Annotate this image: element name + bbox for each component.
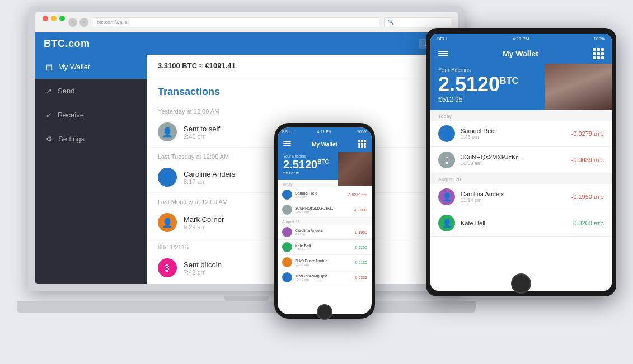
phone-tx-item-address1[interactable]: 3CuNHQs2MXPJzKr... 10:02 am -0.0039 bbox=[278, 202, 372, 218]
hamburger-icon[interactable] bbox=[283, 141, 291, 146]
tablet-section-header-today: Today bbox=[430, 110, 612, 121]
tablet-tx-avatar-carolina: 👤 bbox=[438, 188, 455, 205]
phone-tx-item-addr3[interactable]: 13VGZ64dMgUjnc... 10:43 am -0.0331 bbox=[278, 270, 372, 285]
browser-search-bar[interactable]: 🔍 bbox=[384, 17, 451, 27]
phone-tx-avatar-address1 bbox=[282, 205, 292, 215]
tx-avatar-sent-bitcoin: ₿ bbox=[158, 258, 177, 277]
tablet-screen: BELL 4:21 PM 100% My Wallet bbox=[430, 34, 612, 291]
phone-tx-item-kate[interactable]: Kate Bell 1:16 pm 0.0200 bbox=[278, 240, 372, 255]
minimize-button-dot[interactable] bbox=[51, 16, 57, 21]
tablet-tx-name-carolina: Carolina Anders bbox=[461, 191, 566, 197]
tablet-tx-time-address1: 10:59 am bbox=[461, 160, 566, 166]
scene: ‹ › btc.com/wallet 🔍 BTC.com Logout bbox=[0, 0, 633, 364]
phone-tx-amount-samuel: -0.0279 BTC bbox=[347, 193, 367, 197]
tablet-hamburger-icon[interactable] bbox=[438, 51, 448, 56]
tablet-tx-name-kate: Kate Bell bbox=[461, 220, 568, 226]
phone-tx-avatar-carolina bbox=[282, 227, 292, 237]
btc-header: BTC.com Logout bbox=[35, 32, 458, 55]
tablet-qr-icon[interactable] bbox=[593, 48, 604, 59]
tablet-eur-amount: €512.95 bbox=[438, 96, 604, 103]
sidebar-item-settings[interactable]: ⚙ Settings bbox=[35, 127, 147, 151]
tablet-tx-amount-carolina: -0.1950 BTC bbox=[571, 193, 604, 200]
phone-tx-amount-addr3: -0.0331 bbox=[354, 276, 367, 280]
tx-avatar-mark: 👤 bbox=[158, 213, 177, 232]
tablet-tx-item-kate[interactable]: 👤 Kate Bell 0.0200 BTC bbox=[430, 210, 612, 237]
tx-avatar-self: 👤 bbox=[158, 122, 177, 141]
btc-balance-bar: 3.3100 BTC ≈ €1091.41 bbox=[147, 55, 458, 77]
tablet-balance-section: Your Bitcoins 2.5120BTC €512.95 bbox=[430, 64, 612, 110]
receive-icon: ↙ bbox=[46, 111, 52, 119]
sidebar-item-wallet[interactable]: ▤ My Wallet bbox=[35, 55, 147, 79]
tablet-header-title: My Wallet bbox=[503, 49, 538, 58]
phone-small: BELL 4:21 PM 100% My Wallet bbox=[274, 123, 375, 319]
forward-nav-button[interactable]: › bbox=[79, 18, 88, 27]
phone-tx-amount-carolina: -0.1950 bbox=[354, 230, 367, 234]
tablet-tx-list: Today 👤 Samuel Reid 1:46 pm -0.0279 BTC bbox=[430, 110, 612, 237]
btc-app: BTC.com Logout ▤ My Wallet ↗ Se bbox=[35, 32, 458, 284]
phone-tx-amount-address1: -0.0039 bbox=[354, 208, 367, 212]
tablet-home-button[interactable] bbox=[511, 273, 531, 294]
qr-icon[interactable] bbox=[358, 140, 366, 148]
btc-sidebar: ▤ My Wallet ↗ Send ↙ Receive bbox=[35, 55, 147, 284]
phone-tx-amount-addr2: 0.0120 bbox=[355, 261, 367, 264]
laptop-body: ‹ › btc.com/wallet 🔍 BTC.com Logout bbox=[28, 6, 465, 291]
btc-logo: BTC.com bbox=[44, 38, 90, 50]
phone-cover-image bbox=[338, 152, 372, 186]
phone-tx-avatar-addr3 bbox=[282, 272, 292, 282]
laptop-screen: ‹ › btc.com/wallet 🔍 BTC.com Logout bbox=[35, 12, 458, 284]
back-nav-button[interactable]: ‹ bbox=[68, 18, 77, 27]
tablet-tx-avatar-address1: ₿ bbox=[438, 152, 455, 168]
tablet-tx-amount-kate: 0.0200 BTC bbox=[573, 220, 604, 226]
laptop: ‹ › btc.com/wallet 🔍 BTC.com Logout bbox=[28, 6, 465, 313]
wallet-icon: ▤ bbox=[46, 63, 53, 71]
phone-tx-list: Today Samuel Reid 1:46 pm -0.0279 BTC bbox=[278, 180, 372, 285]
tablet-tx-name-address1: 3CuNHQs2MXPJzKr... bbox=[461, 154, 566, 160]
phone-tx-date-aug28: August 28 bbox=[278, 218, 372, 225]
phone-tx-amount-kate: 0.0200 bbox=[355, 245, 367, 249]
tablet-tx-item-carolina[interactable]: 👤 Carolina Anders 11:14 pm -0.1950 BTC bbox=[430, 184, 612, 210]
tablet-tx-name-samuel: Samuel Reid bbox=[461, 127, 566, 134]
tx-date-yesterday: Yesterday at 12:00 AM bbox=[147, 102, 458, 117]
phone-screen: BELL 4:21 PM 100% My Wallet bbox=[278, 127, 372, 314]
browser-chrome: ‹ › btc.com/wallet 🔍 bbox=[35, 12, 458, 32]
tablet-tx-time-samuel: 1:46 pm bbox=[461, 134, 566, 140]
phone-carrier: BELL bbox=[282, 130, 292, 134]
browser-nav: ‹ › bbox=[68, 18, 88, 27]
send-icon: ↗ bbox=[46, 87, 52, 95]
tablet-tx-item-samuel[interactable]: 👤 Samuel Reid 1:46 pm -0.0279 BTC bbox=[430, 121, 612, 147]
phone-header-title: My Wallet bbox=[312, 141, 337, 148]
phone-tx-item-addr2[interactable]: 3HeYEuardAtmfuh... 10:43 am 0.0120 bbox=[278, 255, 372, 270]
tablet-tx-avatar-samuel: 👤 bbox=[438, 125, 455, 142]
sidebar-item-receive[interactable]: ↙ Receive bbox=[35, 103, 147, 127]
phone-battery: 100% bbox=[357, 130, 367, 134]
tx-avatar-caroline: 👤 bbox=[158, 168, 177, 187]
phone-frame: BELL 4:21 PM 100% My Wallet bbox=[274, 123, 375, 319]
tablet-time: 4:21 PM bbox=[513, 36, 529, 41]
phone-tx-avatar-samuel bbox=[282, 190, 292, 200]
laptop-notch bbox=[224, 296, 269, 301]
maximize-button-dot[interactable] bbox=[59, 16, 65, 21]
tablet-btc-unit: BTC bbox=[500, 76, 518, 86]
phone-tx-avatar-addr2 bbox=[282, 257, 292, 267]
phone-tx-item-carolina[interactable]: Carolina Anders 8:17 am -0.1950 bbox=[278, 225, 372, 240]
browser-url-bar[interactable]: btc.com/wallet bbox=[93, 17, 379, 27]
btc-content: ▤ My Wallet ↗ Send ↙ Receive bbox=[35, 55, 458, 284]
tablet-tx-item-address1[interactable]: ₿ 3CuNHQs2MXPJzKr... 10:59 am -0.0039 BT… bbox=[430, 147, 612, 173]
tablet-tx-amount-address1: -0.0039 BTC bbox=[571, 157, 604, 163]
tablet-header: My Wallet bbox=[430, 44, 612, 64]
phone-status-bar: BELL 4:21 PM 100% bbox=[278, 127, 372, 135]
tablet: BELL 4:21 PM 100% My Wallet bbox=[426, 28, 616, 296]
tablet-frame: BELL 4:21 PM 100% My Wallet bbox=[426, 28, 616, 296]
phone-btc-unit: BTC bbox=[317, 159, 329, 165]
tablet-status-bar: BELL 4:21 PM 100% bbox=[430, 34, 612, 44]
laptop-base bbox=[17, 301, 476, 313]
phone-home-button[interactable] bbox=[317, 304, 332, 320]
sidebar-item-send[interactable]: ↗ Send bbox=[35, 79, 147, 103]
close-button-dot[interactable] bbox=[43, 16, 48, 21]
phone-tx-item-samuel[interactable]: Samuel Reid 1:46 pm -0.0279 BTC bbox=[278, 187, 372, 202]
phone-time: 4:21 PM bbox=[317, 130, 332, 134]
tablet-btc-amount: 2.5120BTC bbox=[438, 73, 604, 96]
tablet-tx-amount-samuel: -0.0279 BTC bbox=[571, 130, 604, 137]
phone-balance-section: Your Bitcoins 2.5120BTC €512.95 bbox=[278, 152, 372, 180]
phone-header: My Wallet bbox=[278, 135, 372, 152]
